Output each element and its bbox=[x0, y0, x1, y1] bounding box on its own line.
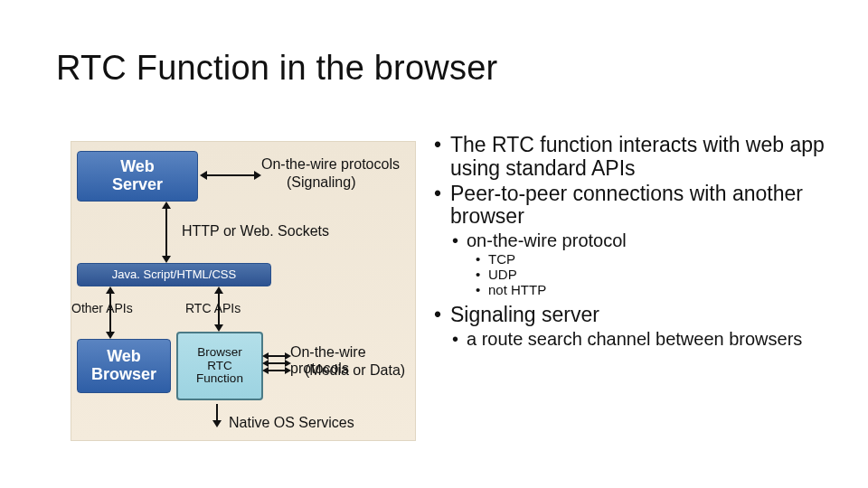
label-media-sub: (Media or Data) bbox=[305, 362, 405, 379]
architecture-diagram: WebServer Java. Script/HTML/CSS WebBrows… bbox=[71, 141, 416, 441]
box-web-browser: WebBrowser bbox=[77, 339, 171, 393]
bullet-2a: on-the-wire protocol bbox=[452, 230, 832, 250]
bullet-2: Peer-to-peer connections with another br… bbox=[434, 183, 832, 230]
label-other-apis: Other APIs bbox=[71, 301, 133, 315]
arrow-media-data bbox=[269, 355, 285, 375]
box-web-server: WebServer bbox=[77, 151, 198, 202]
box-js-html-css: Java. Script/HTML/CSS bbox=[77, 263, 271, 286]
bullet-1: The RTC function interacts with web app … bbox=[434, 134, 832, 181]
bullet-3a: a route search channel between browsers bbox=[452, 329, 832, 349]
bullet-2a2: UDP bbox=[476, 267, 832, 283]
slide: RTC Function in the browser WebServer Ja… bbox=[0, 0, 868, 488]
box-browser-rtc-function: BrowserRTCFunction bbox=[176, 332, 263, 400]
slide-title: RTC Function in the browser bbox=[56, 49, 497, 88]
arrow-http-ws bbox=[165, 209, 167, 256]
arrow-signaling bbox=[207, 174, 254, 176]
label-rtc-apis: RTC APIs bbox=[185, 301, 241, 315]
bullet-2a1: TCP bbox=[476, 252, 832, 267]
label-signaling-protocols: On-the-wire protocols bbox=[261, 156, 400, 173]
label-native-os: Native OS Services bbox=[229, 415, 354, 431]
arrow-native-os bbox=[216, 404, 218, 420]
label-signaling-sub: (Signaling) bbox=[287, 174, 355, 191]
bullet-3: Signaling server bbox=[434, 304, 832, 327]
label-http-ws: HTTP or Web. Sockets bbox=[182, 223, 329, 239]
bullet-2a3: not HTTP bbox=[476, 283, 832, 298]
bullet-content: The RTC function interacts with web app … bbox=[434, 134, 832, 351]
